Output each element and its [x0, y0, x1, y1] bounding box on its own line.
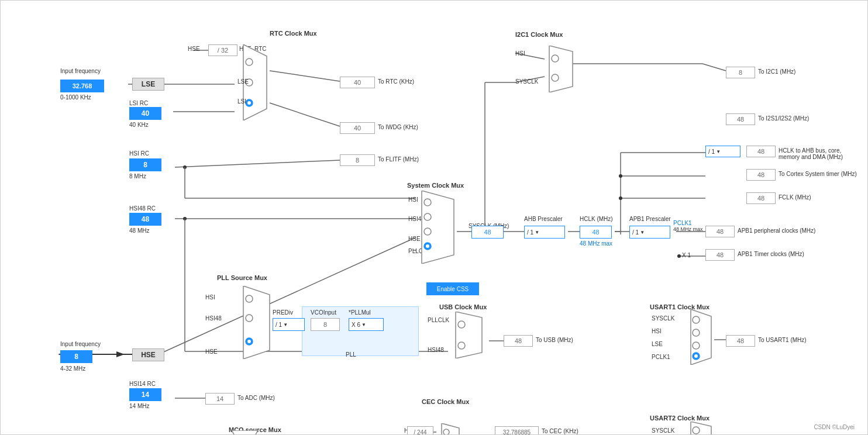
apb1-x1-label: X 1	[682, 252, 691, 258]
cec-mux-shape	[436, 423, 465, 435]
svg-line-5	[175, 160, 340, 167]
diagram-area: Input frequency 32.768 0-1000 KHz LSE LS…	[30, 12, 860, 433]
pll-source-mux-shape	[237, 286, 275, 359]
to-usart1-value-box: 48	[726, 335, 755, 347]
hclk-value-box: 48	[580, 226, 612, 239]
prediv-dropdown[interactable]: / 1 ▼	[273, 318, 305, 331]
pclk1-label: PCLK1	[673, 220, 692, 226]
lsi-rc-box: 40	[129, 107, 161, 120]
flitf-value: 8	[340, 154, 375, 166]
ahb-prescaler-label: AHB Prescaler	[524, 216, 563, 222]
hclk-div1-dropdown[interactable]: / 1 ▼	[705, 146, 740, 157]
input-freq-lse-range: 0-1000 KHz	[60, 94, 91, 101]
usart1-hsi-label: HSI	[652, 328, 662, 334]
enable-css-button[interactable]: Enable CSS	[426, 282, 479, 295]
hclk-div1-value: / 1	[708, 149, 715, 155]
prediv-arrow: ▼	[283, 322, 288, 327]
pll-hse-label: HSE	[205, 348, 218, 355]
usb-pllclk-label: PLLCLK	[428, 317, 449, 323]
hsi14-rc-label: HSI14 RC	[129, 381, 156, 387]
usb-mux-shape	[450, 312, 488, 358]
lsi-rc-unit: 40 KHz	[129, 122, 149, 128]
lsi-label-rtc: LSI	[237, 98, 246, 105]
cec-clock-mux-title: CEC Clock Mux	[422, 398, 469, 405]
vcoinput-value-box: 8	[311, 318, 340, 331]
hclk-max-label: 48 MHz max	[580, 240, 612, 247]
hclk-ahb-label: HCLK to AHB bus, core, memory and DMA (M…	[779, 147, 860, 160]
to-i2c1-value-box: 8	[726, 67, 755, 78]
svg-point-6	[183, 165, 187, 169]
vcoinput-label: VCOInput	[311, 309, 336, 316]
usart1-sysclk-label: SYSCLK	[652, 315, 674, 322]
hse-box[interactable]: HSE	[132, 348, 164, 361]
svg-point-64	[458, 321, 465, 328]
svg-point-45	[246, 58, 253, 65]
to-usb-label: To USB (MHz)	[536, 337, 573, 343]
lsi-rc-label: LSI RC	[129, 100, 148, 106]
svg-point-68	[443, 429, 449, 435]
to-cec-label: To CEC (KHz)	[542, 428, 578, 434]
apb1-periph-label: APB1 peripheral clocks (MHz)	[738, 227, 815, 234]
svg-marker-60	[549, 46, 573, 92]
input-freq-hse-label: Input frequency	[60, 341, 101, 347]
pll-hsi-label: HSI	[205, 294, 215, 301]
hclk-label: HCLK (MHz)	[580, 216, 613, 222]
svg-point-75	[694, 354, 698, 358]
pllmul-dropdown[interactable]: X 6 ▼	[349, 318, 384, 331]
apb1-prescaler-label: APB1 Prescaler	[629, 216, 671, 222]
svg-point-73	[693, 342, 700, 349]
to-cec-value-box: 32.786885	[495, 426, 539, 435]
svg-point-62	[552, 74, 559, 81]
mco-mux-shape	[229, 430, 261, 435]
svg-marker-66	[232, 430, 258, 435]
flitf-label: To FLITF (MHz)	[378, 156, 419, 163]
hsi14-rc-unit: 14 MHz	[129, 403, 149, 409]
to-rtc-value: 40	[340, 77, 375, 88]
to-iwdg-label: To IWDG (KHz)	[378, 124, 418, 130]
ahb-prescaler-dropdown[interactable]: / 1 ▼	[524, 226, 565, 239]
svg-point-34	[677, 254, 681, 258]
ahb-dropdown-arrow: ▼	[535, 230, 539, 235]
pclk1-max-label: 48 MHz max	[673, 226, 703, 232]
hclk-ahb-value-box: 48	[746, 146, 776, 157]
svg-point-77	[693, 427, 700, 434]
fclk-value-box: 48	[746, 192, 776, 204]
svg-point-54	[426, 244, 429, 248]
to-usb-value-box: 48	[504, 335, 533, 347]
usart2-mux-shape	[685, 422, 717, 435]
usart1-mux-shape	[685, 309, 717, 365]
svg-point-51	[424, 213, 431, 220]
input-freq-hse-box[interactable]: 8	[60, 350, 92, 363]
hsi48-rc-label: HSI48 RC	[129, 205, 156, 212]
system-clock-mux-title: System Clock Mux	[407, 182, 464, 189]
svg-point-50	[424, 199, 431, 206]
hse-div32-box: / 32	[208, 44, 237, 56]
lse-box[interactable]: LSE	[132, 78, 164, 91]
svg-point-52	[424, 228, 431, 235]
hsi48-rc-box: 48	[129, 213, 161, 226]
svg-point-65	[458, 342, 465, 349]
svg-point-48	[247, 101, 251, 105]
to-usart1-label: To USART1 (MHz)	[758, 337, 807, 343]
apb1-dropdown-arrow: ▼	[640, 230, 645, 235]
lse-label-rtc: LSE	[237, 78, 249, 85]
hsi48-rc-unit: 48 MHz	[129, 227, 149, 234]
main-container: Input frequency 32.768 0-1000 KHz LSE LS…	[0, 0, 868, 435]
apb1-prescaler-dropdown[interactable]: / 1 ▼	[629, 226, 670, 239]
to-iwdg-value: 40	[340, 122, 375, 134]
apb1-timer-label: APB1 Timer clocks (MHz)	[738, 251, 804, 257]
hclk-div1-arrow: ▼	[716, 149, 721, 154]
apb1-periph-value-box: 48	[705, 226, 735, 237]
pllmul-value: X 6	[352, 322, 360, 328]
input-freq-lse-box[interactable]: 32.768	[60, 80, 104, 92]
sysclk-value-box: 48	[471, 226, 504, 239]
to-i2c1-label: To I2C1 (MHz)	[758, 68, 795, 75]
rtc-clock-mux-title: RTC Clock Mux	[270, 30, 317, 37]
svg-point-59	[247, 340, 251, 343]
watermark: CSDN ©LuDyei	[814, 424, 855, 430]
svg-point-30	[619, 196, 622, 200]
prediv-value: / 1	[275, 322, 282, 328]
svg-point-71	[693, 316, 700, 323]
prediv-label: PREDiv	[273, 309, 293, 316]
hsi-rc-unit: 8 MHz	[129, 173, 146, 179]
